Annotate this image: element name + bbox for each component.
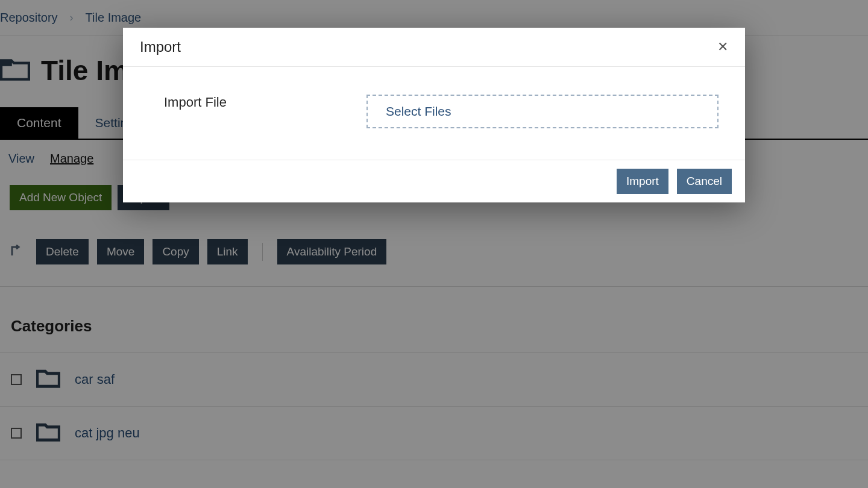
file-dropzone[interactable]: Select Files <box>366 95 719 128</box>
import-file-label: Import File <box>149 95 342 110</box>
dialog-body: Import File Select Files <box>123 67 745 160</box>
dialog-footer: Import Cancel <box>123 160 745 202</box>
import-dialog: Import ✕ Import File Select Files Import… <box>123 28 745 202</box>
dialog-cancel-button[interactable]: Cancel <box>677 169 732 194</box>
close-icon[interactable]: ✕ <box>717 39 728 55</box>
modal-overlay[interactable]: Import ✕ Import File Select Files Import… <box>0 0 868 488</box>
dialog-header: Import ✕ <box>123 28 745 67</box>
dialog-import-button[interactable]: Import <box>617 169 668 194</box>
select-files-button[interactable]: Select Files <box>386 104 451 119</box>
dialog-title: Import <box>140 39 181 55</box>
